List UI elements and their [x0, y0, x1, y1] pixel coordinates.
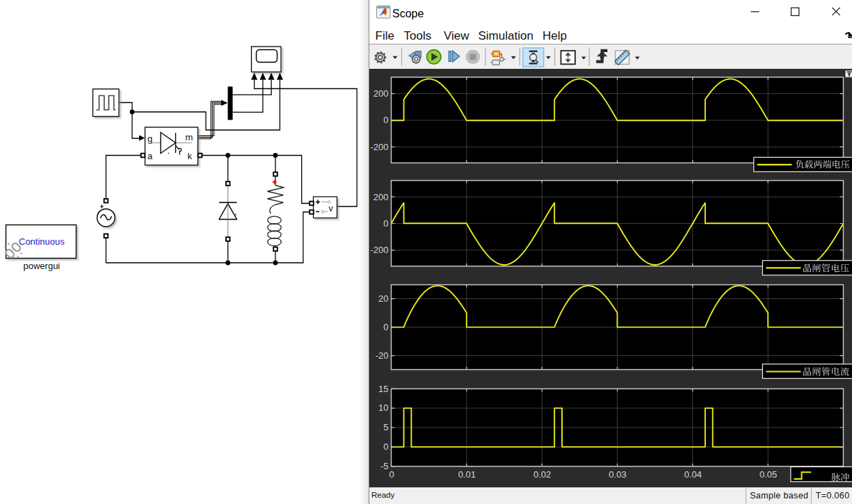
svg-text:g: g	[147, 133, 152, 144]
svg-text:v: v	[329, 204, 334, 213]
svg-text:0: 0	[383, 441, 388, 452]
svg-text:0.03: 0.03	[609, 469, 626, 480]
svg-text:Continuous: Continuous	[19, 236, 65, 247]
svg-text:0: 0	[383, 115, 388, 125]
svg-text:0: 0	[383, 218, 388, 228]
svg-text:-200: -200	[370, 245, 388, 255]
svg-text:powergui: powergui	[24, 261, 61, 271]
svg-text:0.04: 0.04	[684, 469, 701, 480]
svg-text:0.01: 0.01	[458, 469, 475, 480]
svg-text:m: m	[186, 132, 193, 143]
svg-text:200: 200	[373, 191, 388, 202]
svg-text:200: 200	[373, 88, 388, 99]
svg-text:0: 0	[383, 321, 388, 332]
svg-text:10: 10	[378, 403, 388, 413]
svg-text:0: 0	[389, 469, 394, 480]
svg-text:-5: -5	[380, 461, 388, 471]
svg-text:0.02: 0.02	[533, 469, 551, 480]
svg-text:-200: -200	[370, 141, 388, 152]
svg-text:a: a	[147, 151, 153, 161]
svg-text:5: 5	[383, 422, 388, 432]
svg-text:-20: -20	[375, 350, 388, 360]
svg-text:20: 20	[378, 293, 388, 303]
svg-text:k: k	[188, 151, 193, 161]
svg-text:0.05: 0.05	[759, 469, 777, 480]
svg-text:15: 15	[378, 383, 388, 393]
